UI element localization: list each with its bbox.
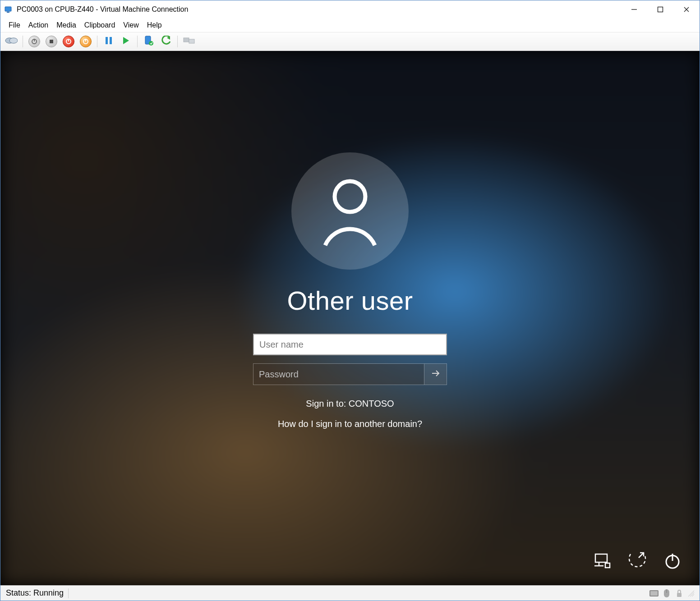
revert-button[interactable]	[159, 34, 173, 49]
sign-in-to-label: Sign in to: CONTOSO	[306, 399, 394, 409]
turn-off-icon	[28, 36, 40, 47]
enhanced-session-button[interactable]	[182, 34, 196, 49]
svg-point-23	[335, 181, 365, 212]
svg-rect-3	[658, 7, 663, 12]
svg-rect-22	[189, 39, 194, 43]
titlebar: PC0003 on CPUB-Z440 - Virtual Machine Co…	[0, 0, 700, 18]
app-window: PC0003 on CPUB-Z440 - Virtual Machine Co…	[0, 0, 700, 601]
svg-line-29	[639, 553, 644, 558]
username-field-wrap	[253, 334, 447, 355]
user-avatar	[291, 152, 409, 270]
submit-button[interactable]	[424, 364, 447, 385]
security-indicator-icon	[674, 588, 684, 598]
keyboard-indicator-icon	[649, 588, 659, 598]
svg-rect-36	[677, 593, 682, 597]
checkpoint-button[interactable]	[142, 34, 156, 49]
other-domain-link[interactable]: How do I sign in to another domain?	[278, 419, 422, 429]
user-icon	[316, 174, 384, 248]
svg-rect-15	[106, 37, 108, 44]
shut-down-icon	[46, 36, 57, 47]
menu-clipboard[interactable]: Clipboard	[81, 20, 119, 30]
maximize-button[interactable]	[647, 0, 673, 18]
window-title: PC0003 on CPUB-Z440 - Virtual Machine Co…	[17, 5, 188, 14]
svg-rect-28	[605, 563, 610, 568]
svg-rect-21	[184, 38, 189, 42]
svg-rect-25	[595, 554, 607, 562]
network-icon	[593, 552, 612, 571]
minimize-button[interactable]	[621, 0, 647, 18]
reset-button[interactable]	[78, 34, 93, 49]
ease-of-access-button[interactable]	[627, 552, 647, 572]
svg-point-19	[149, 41, 153, 46]
close-button[interactable]	[673, 0, 700, 18]
menu-help[interactable]: Help	[143, 20, 166, 30]
shut-down-button[interactable]	[44, 34, 59, 49]
save-state-icon	[63, 36, 74, 47]
pause-icon	[105, 36, 113, 47]
power-icon	[663, 552, 682, 572]
login-panel: Other user Sign in to: CONTOSO	[0, 152, 700, 429]
username-input[interactable]	[254, 335, 446, 354]
network-button[interactable]	[592, 552, 612, 572]
password-input[interactable]	[253, 364, 424, 385]
ctrl-alt-del-button[interactable]	[4, 34, 18, 49]
menu-file[interactable]: File	[5, 20, 24, 30]
svg-rect-0	[5, 7, 11, 11]
mouse-indicator-icon	[662, 588, 672, 598]
start-icon	[122, 36, 130, 47]
toolbar	[0, 32, 700, 51]
ease-of-access-icon	[628, 551, 647, 572]
menu-media[interactable]: Media	[53, 20, 80, 30]
arrow-right-icon	[430, 368, 441, 381]
turn-off-button[interactable]	[27, 34, 41, 49]
revert-icon	[161, 36, 171, 47]
login-heading: Other user	[287, 285, 413, 316]
svg-rect-10	[50, 40, 53, 43]
pause-button[interactable]	[101, 34, 116, 49]
share-icon	[183, 36, 195, 47]
checkpoint-icon	[144, 35, 154, 48]
svg-rect-16	[110, 37, 112, 44]
vm-viewport[interactable]: Other user Sign in to: CONTOSO	[0, 51, 700, 585]
save-state-button[interactable]	[61, 34, 76, 49]
start-button[interactable]	[119, 34, 133, 49]
app-icon	[4, 5, 13, 14]
password-field-wrap	[253, 364, 424, 385]
menubar: File Action Media Clipboard View Help	[0, 18, 700, 32]
svg-rect-1	[7, 12, 9, 13]
resize-grip[interactable]	[688, 590, 694, 596]
svg-marker-17	[123, 37, 129, 44]
power-button[interactable]	[663, 552, 682, 572]
lock-corner-icons	[592, 552, 682, 572]
menu-view[interactable]: View	[120, 20, 142, 30]
ctrl-alt-del-icon	[5, 36, 18, 47]
status-text: Status: Running	[6, 588, 64, 598]
statusbar: Status: Running	[0, 585, 700, 601]
svg-rect-33	[650, 591, 658, 596]
svg-point-7	[9, 38, 18, 43]
menu-action[interactable]: Action	[25, 20, 52, 30]
reset-icon	[80, 36, 92, 47]
